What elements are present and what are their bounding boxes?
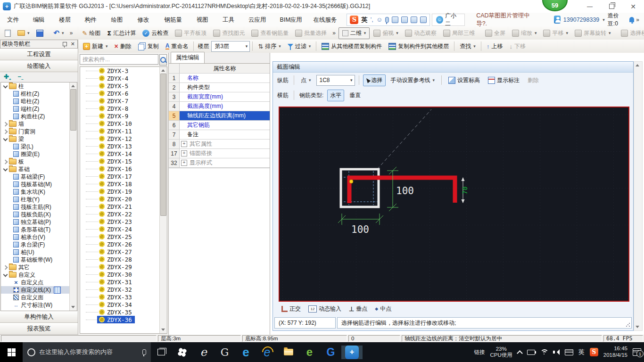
filter-button[interactable]: 过滤▾ (285, 41, 314, 52)
manual-refline-button[interactable]: 手动设置参考线▾ (388, 74, 438, 86)
report-preview-button[interactable]: 报表预览 (0, 323, 78, 335)
phrase-icon[interactable]: ’, (370, 16, 373, 23)
tree-group[interactable]: 门窗洞 (1, 128, 77, 135)
list-item[interactable]: ZDYX-11 (80, 127, 167, 135)
tree-item[interactable]: 梁(L) (1, 143, 77, 150)
list-item[interactable]: ZDYX-4 (80, 74, 167, 82)
section-canvas[interactable]: 100 100 70 (279, 107, 629, 302)
search-button[interactable] (159, 54, 167, 66)
property-row[interactable]: 3截面宽度(mm) (169, 92, 270, 102)
delete-rebar-button[interactable]: 删除 (525, 74, 542, 86)
copy-from-floor-button[interactable]: 从其他楼层复制构件 (319, 41, 385, 52)
tree-item[interactable]: 桩(U) (1, 248, 77, 256)
pan-button[interactable]: 平移▾ (540, 27, 571, 39)
toolbox-icon[interactable] (420, 16, 427, 23)
tree-group[interactable]: 自定义 (1, 271, 77, 279)
dynamic-input-button[interactable]: 12动态输入 (305, 303, 344, 315)
undo-button[interactable]: ↶▾ (51, 27, 67, 39)
scroll-up-icon[interactable] (71, 85, 75, 87)
partial-3d-button[interactable]: 局部三维 (440, 27, 478, 39)
list-item[interactable]: ZDYX-22 (80, 210, 167, 218)
scroll-up-icon[interactable] (161, 69, 165, 72)
keyboard-icon[interactable] (392, 16, 398, 23)
e360-app-button[interactable]: e (299, 346, 320, 359)
panel-scrollbar[interactable] (634, 61, 643, 331)
point-mode-button[interactable]: 点▾ (298, 74, 314, 86)
sidebar-close-icon[interactable]: ✕ (71, 41, 75, 47)
combo-arrow-icon[interactable]: ▾ (244, 44, 250, 49)
view-2d-button[interactable]: 二维▾ (339, 27, 370, 39)
sogou-logo-icon[interactable]: S (350, 16, 358, 24)
scroll-down-icon[interactable] (161, 329, 165, 331)
tree-item[interactable]: ✕自定义点 (1, 279, 77, 286)
list-item[interactable]: ZDYX-32 (80, 286, 167, 293)
new-file-button[interactable] (2, 27, 14, 39)
assistant-button[interactable]: ☺ 广小二 (432, 14, 465, 26)
start-button[interactable] (0, 342, 23, 362)
overflow-button[interactable]: » (68, 30, 75, 36)
menu-item[interactable]: 绘图(D) (107, 15, 133, 25)
set-elevation-button[interactable]: 设置标高 (446, 74, 483, 86)
pin-icon[interactable] (63, 42, 67, 46)
ime-language[interactable]: 英 (361, 16, 367, 24)
select-floor-button[interactable]: 选择楼层 (618, 27, 644, 39)
find-element-button[interactable]: 查找图元 (210, 27, 248, 39)
ortho-button[interactable]: 正交 (279, 303, 304, 315)
list-item[interactable]: ZDYX-20 (80, 195, 167, 203)
tree-item[interactable]: 柱墩(Y) (1, 196, 77, 203)
tree-item[interactable]: 筏板主筋(R) (1, 203, 77, 211)
tree-item[interactable]: 筏板基础(M) (1, 181, 77, 188)
scroll-up-icon[interactable] (636, 64, 639, 66)
expand-plus-icon[interactable]: + (181, 160, 187, 166)
combo-arrow-icon[interactable]: ▾ (348, 78, 355, 82)
list-item[interactable]: ZDYX-8 (80, 105, 167, 112)
menu-item[interactable]: 修改(M) (133, 15, 160, 25)
list-item[interactable]: ZDYX-30 (80, 271, 167, 278)
scroll-down-icon[interactable] (71, 306, 75, 308)
list-item[interactable]: ZDYX-34 (80, 301, 167, 308)
tree-group[interactable]: 基础 (1, 165, 77, 173)
menu-item[interactable]: BIM应用(I) (276, 15, 309, 25)
fullscreen-button[interactable]: 全屏 (482, 27, 508, 39)
scroll-down-icon[interactable] (636, 326, 639, 328)
taskbar-search[interactable]: 在这里输入你要搜索的内容 (23, 342, 151, 362)
list-item[interactable]: ZDYX-28 (80, 255, 167, 263)
list-item[interactable]: ZDYX-18 (80, 180, 167, 188)
pinwheel-app-button[interactable] (172, 348, 193, 356)
tray-expand-icon[interactable] (517, 350, 523, 356)
property-row[interactable]: 7备注 (169, 130, 270, 140)
expand-plus-icon[interactable]: + (181, 141, 187, 147)
sogou-tray-icon[interactable]: S (590, 348, 598, 356)
draw-button[interactable]: ✎绘图 (79, 27, 103, 39)
list-item[interactable]: ZDYX-33 (80, 293, 167, 301)
property-row[interactable]: 5轴线距左边线距离(mm) (169, 111, 270, 121)
restore-button[interactable] (601, 0, 622, 13)
tree-item[interactable]: 独立基础(P) (1, 218, 77, 226)
property-row[interactable]: 1名称 (169, 74, 270, 83)
tab-property-edit[interactable]: 属性编辑 (171, 52, 205, 63)
list-item[interactable]: ZDYX-5 (80, 82, 167, 90)
tree-item[interactable]: 自定义线(X) (1, 286, 77, 294)
tree-item[interactable]: 筏板负筋(X) (1, 211, 77, 218)
list-item[interactable]: ZDYX-25 (80, 233, 167, 240)
property-row[interactable]: 4截面高度(mm) (169, 102, 270, 111)
menu-item[interactable]: 视图(V) (192, 15, 218, 25)
mic-icon[interactable] (142, 349, 146, 355)
menu-item[interactable]: 楼层(L) (55, 15, 80, 25)
zoom-button[interactable]: 缩放▾ (509, 27, 540, 39)
list-item[interactable]: ZDYX-21 (80, 203, 167, 210)
list-item[interactable]: ZDYX-12 (80, 135, 167, 142)
chevron-down-icon[interactable]: ▾ (603, 17, 605, 22)
open-button[interactable]: ▾ (15, 27, 33, 39)
input-language[interactable]: 英 (578, 348, 585, 356)
skin-icon[interactable] (411, 16, 417, 23)
list-item[interactable]: ZDYX-26 (80, 240, 167, 248)
tree-item[interactable]: 桩承台(V) (1, 233, 77, 241)
dimension-height-label[interactable]: 100 (396, 185, 414, 197)
menu-item[interactable]: 钢筋量(Q) (160, 15, 192, 25)
menu-item[interactable]: 文件(F) (3, 15, 29, 25)
expand-plus-icon[interactable]: + (181, 150, 187, 156)
tree-item[interactable]: 承台梁(F) (1, 241, 77, 248)
close-button[interactable]: ✕ (622, 0, 644, 13)
perp-point-button[interactable]: ⊥垂点 (346, 303, 370, 315)
